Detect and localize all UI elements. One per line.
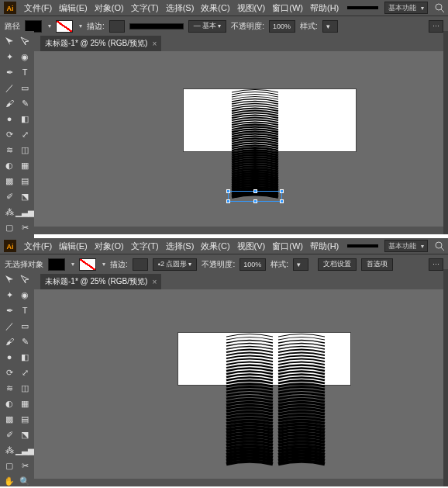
document-tab[interactable]: 未标题-1* @ 25% (RGB/预览) ×: [40, 36, 161, 51]
menu-edit[interactable]: 编辑(E): [56, 239, 91, 254]
tool-blob-brush[interactable]: ●: [2, 112, 16, 126]
tool-direct-selection[interactable]: [18, 34, 32, 48]
tool-gradient[interactable]: ▤: [18, 412, 32, 426]
fill-chevron-icon[interactable]: ▾: [48, 22, 51, 29]
tool-perspective[interactable]: ▦: [18, 396, 32, 410]
menu-effect[interactable]: 效果(C): [198, 1, 233, 16]
tool-blob-brush[interactable]: ●: [2, 350, 16, 364]
tool-blend[interactable]: ⬔: [18, 189, 32, 203]
close-tab-icon[interactable]: ×: [152, 40, 157, 48]
stroke-cap-dropdown[interactable]: — 基本▾: [188, 20, 227, 33]
workspace-switcher[interactable]: 基本功能▾: [384, 2, 428, 14]
selection-handle-s[interactable]: [253, 199, 257, 203]
tool-selection[interactable]: [2, 272, 16, 286]
tool-width[interactable]: ≋: [2, 381, 16, 395]
workspace-switcher[interactable]: 基本功能▾: [384, 240, 428, 252]
tool-line[interactable]: ／: [2, 319, 16, 333]
blend-shape-left[interactable]: [222, 333, 277, 472]
tool-pencil[interactable]: ✎: [18, 96, 32, 110]
tool-type[interactable]: T: [18, 65, 32, 79]
tool-magic-wand[interactable]: ✦: [2, 50, 16, 64]
tool-mesh[interactable]: ▩: [2, 412, 16, 426]
preferences-button[interactable]: 首选项: [361, 258, 393, 271]
tool-direct-selection[interactable]: [18, 272, 32, 286]
fill-chevron-icon[interactable]: ▾: [71, 261, 74, 268]
tool-artboard[interactable]: ▢: [2, 459, 16, 472]
opacity-field[interactable]: 100%: [269, 20, 295, 33]
search-icon[interactable]: [434, 241, 445, 251]
tool-eraser[interactable]: ◧: [18, 350, 32, 364]
more-options-icon[interactable]: ⋯: [429, 20, 443, 33]
tool-paintbrush[interactable]: 🖌: [2, 96, 16, 110]
panel-strip[interactable]: [443, 269, 448, 486]
menu-object[interactable]: 对象(O): [91, 1, 127, 16]
selection-handle-se[interactable]: [280, 199, 284, 203]
tool-slice[interactable]: ✂: [18, 459, 32, 472]
blend-shape-right[interactable]: [274, 333, 329, 472]
tool-shape-builder[interactable]: ◐: [2, 396, 16, 410]
menu-window[interactable]: 窗口(W): [269, 1, 306, 16]
tool-free-transform[interactable]: ◫: [18, 143, 32, 157]
document-tab[interactable]: 未标题-1* @ 25% (RGB/预览) ×: [40, 274, 161, 289]
blend-shape[interactable]: [228, 88, 282, 205]
menu-file[interactable]: 文件(F): [21, 239, 55, 254]
menu-file[interactable]: 文件(F): [21, 1, 55, 16]
close-tab-icon[interactable]: ×: [152, 278, 157, 286]
menu-edit[interactable]: 编辑(E): [56, 1, 91, 16]
tool-selection[interactable]: [2, 34, 16, 48]
tool-blend[interactable]: ⬔: [18, 427, 32, 441]
selection-handle-ne[interactable]: [280, 189, 284, 193]
style-dropdown[interactable]: ▾: [293, 258, 308, 271]
tool-zoom[interactable]: 🔍: [18, 474, 32, 486]
tool-artboard[interactable]: ▢: [2, 220, 16, 234]
more-options-icon[interactable]: ⋯: [429, 258, 443, 271]
tool-hand[interactable]: ✋: [2, 474, 16, 486]
selection-handle-nw[interactable]: [226, 189, 230, 193]
tool-eraser[interactable]: ◧: [18, 112, 32, 126]
tool-rectangle[interactable]: ▭: [18, 81, 32, 95]
menu-select[interactable]: 选择(S): [163, 239, 198, 254]
opacity-field[interactable]: 100%: [240, 258, 266, 271]
tool-perspective[interactable]: ▦: [18, 158, 32, 172]
tool-paintbrush[interactable]: 🖌: [2, 334, 16, 348]
tool-type[interactable]: T: [18, 303, 32, 317]
menu-type[interactable]: 文字(T): [128, 239, 162, 254]
stroke-weight-field[interactable]: [133, 258, 148, 271]
menu-window[interactable]: 窗口(W): [269, 239, 306, 254]
fill-swatch[interactable]: [48, 258, 65, 271]
menu-view[interactable]: 视图(V): [234, 239, 269, 254]
tool-eyedropper[interactable]: ✐: [2, 189, 16, 203]
menu-help[interactable]: 帮助(H): [307, 1, 342, 16]
tool-pen[interactable]: ✒: [2, 65, 16, 79]
menu-select[interactable]: 选择(S): [163, 1, 198, 16]
tool-rectangle[interactable]: ▭: [18, 319, 32, 333]
tool-scale[interactable]: ⤢: [18, 365, 32, 379]
tool-lasso[interactable]: ◉: [18, 50, 32, 64]
search-icon[interactable]: [434, 2, 445, 13]
selection-handle-n[interactable]: [253, 189, 257, 193]
tool-mesh[interactable]: ▩: [2, 174, 16, 188]
style-dropdown[interactable]: ▾: [322, 20, 338, 33]
stroke-chevron-icon[interactable]: ▾: [102, 261, 105, 268]
tool-width[interactable]: ≋: [2, 143, 16, 157]
tool-eyedropper[interactable]: ✐: [2, 427, 16, 441]
selection-bounding-box[interactable]: [228, 191, 282, 202]
tool-line[interactable]: ／: [2, 81, 16, 95]
tool-pencil[interactable]: ✎: [18, 334, 32, 348]
menu-object[interactable]: 对象(O): [91, 239, 127, 254]
stroke-swatch[interactable]: [56, 20, 73, 33]
menu-type[interactable]: 文字(T): [128, 1, 162, 16]
menu-help[interactable]: 帮助(H): [307, 239, 342, 254]
menu-effect[interactable]: 效果(C): [198, 239, 233, 254]
tool-column-graph[interactable]: ▁▃▅: [18, 443, 32, 457]
stroke-swatch[interactable]: [79, 258, 96, 271]
tool-rotate[interactable]: ⟳: [2, 127, 16, 141]
stroke-chevron-icon[interactable]: ▾: [79, 22, 82, 29]
stroke-profile[interactable]: [129, 23, 184, 29]
stroke-weight-field[interactable]: [109, 20, 125, 33]
tool-rotate[interactable]: ⟳: [2, 365, 16, 379]
menu-view[interactable]: 视图(V): [234, 1, 269, 16]
tool-gradient[interactable]: ▤: [18, 174, 32, 188]
tool-column-graph[interactable]: ▁▃▅: [18, 205, 32, 219]
work-area[interactable]: [34, 289, 443, 479]
